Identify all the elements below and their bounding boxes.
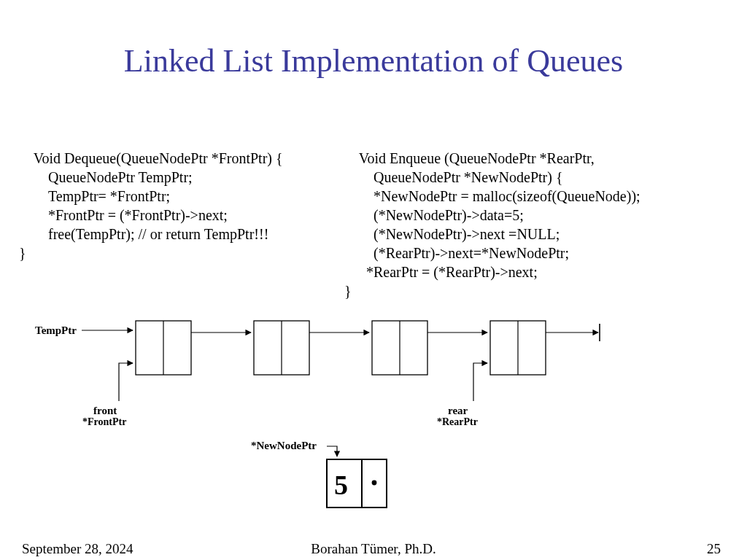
code-line: (*RearPtr)->next=*NewNodePtr; xyxy=(344,244,640,262)
new-node: 5 xyxy=(327,459,387,508)
rear-pointer-arrow xyxy=(473,363,487,401)
frontptr-label: *FrontPtr xyxy=(82,416,126,427)
tempptr-label: TempPtr xyxy=(35,324,77,336)
queue-node xyxy=(372,321,427,375)
code-line: (*NewNodePtr)->next =NULL; xyxy=(344,225,640,244)
code-line: QueueNodePtr TempPtr; xyxy=(19,168,283,187)
linked-list-diagram: TempPtr front *FrontPtr rear *RearPtr 5 … xyxy=(0,306,747,525)
queue-node xyxy=(136,321,191,375)
code-line: Void Dequeue(QueueNodePtr *FrontPtr) { xyxy=(34,150,283,166)
code-line: } xyxy=(19,245,26,261)
code-line: Void Enqueue (QueueNodePtr *RearPtr, xyxy=(359,150,595,166)
code-line: (*NewNodePtr)->data=5; xyxy=(344,206,640,225)
code-line: QueueNodePtr *NewNodePtr) { xyxy=(344,168,640,187)
code-line: free(TempPtr); // or return TempPtr!!! xyxy=(19,225,283,244)
null-dot-icon xyxy=(372,481,377,486)
enqueue-code-block: Void Enqueue (QueueNodePtr *RearPtr, Que… xyxy=(344,130,640,319)
code-line: *NewNodePtr = malloc(sizeof(QueueNode)); xyxy=(344,187,640,206)
queue-node xyxy=(254,321,309,375)
footer-author: Borahan Tümer, Ph.D. xyxy=(0,541,747,557)
newnodeptr-arrow xyxy=(327,446,337,456)
footer-page-number: 25 xyxy=(707,541,721,557)
code-line: } xyxy=(344,283,352,299)
code-line: *RearPtr = (*RearPtr)->next; xyxy=(344,262,640,281)
queue-node xyxy=(490,321,546,375)
code-line: TempPtr= *FrontPtr; xyxy=(19,187,283,206)
slide-title: Linked List Implementation of Queues xyxy=(0,42,747,79)
dequeue-code-block: Void Dequeue(QueueNodePtr *FrontPtr) { Q… xyxy=(19,130,283,281)
rear-label: rear xyxy=(448,405,468,416)
front-label: front xyxy=(93,405,117,416)
code-line: *FrontPtr = (*FrontPtr)->next; xyxy=(19,206,283,225)
new-node-value: 5 xyxy=(334,470,348,500)
rearptr-label: *RearPtr xyxy=(437,416,478,427)
newnodeptr-label: *NewNodePtr xyxy=(251,440,317,451)
front-pointer-arrow xyxy=(119,363,133,401)
